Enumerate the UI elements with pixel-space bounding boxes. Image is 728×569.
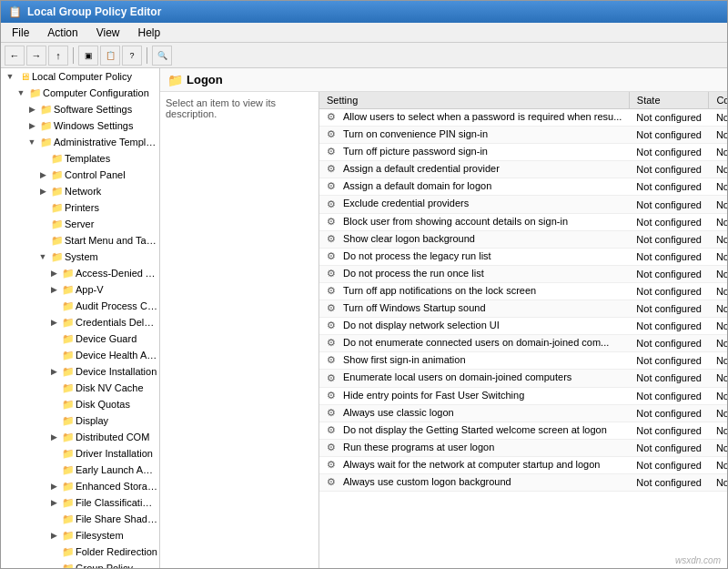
gp-expand [46, 564, 61, 568]
table-row[interactable]: ⚙Exclude credential providersNot configu… [319, 196, 727, 213]
table-row[interactable]: ⚙Do not display network selection UINot … [319, 318, 727, 335]
table-row[interactable]: ⚙Enumerate local users on domain-joined … [319, 370, 727, 387]
table-row[interactable]: ⚙Show first sign-in animationNot configu… [319, 352, 727, 370]
toolbar-properties[interactable]: 📋 [100, 46, 120, 66]
tree-app-v[interactable]: ▶ 📁 App-V [1, 281, 159, 298]
toolbar-back[interactable]: ← [5, 46, 25, 66]
tree-disk-nv[interactable]: 📁 Disk NV Cache [1, 380, 159, 396]
table-row[interactable]: ⚙Block user from showing account details… [319, 213, 727, 230]
cell-state: Not configured [629, 144, 709, 161]
tree-server[interactable]: 📁 Server [1, 216, 159, 232]
menu-help[interactable]: Help [131, 25, 168, 41]
table-row[interactable]: ⚙Allow users to select when a password i… [319, 109, 727, 127]
col-comment[interactable]: Comment [709, 92, 727, 109]
network-label: Network [65, 186, 103, 197]
table-row[interactable]: ⚙Do not process the run once listNot con… [319, 265, 727, 282]
templates-icon: 📁 [50, 153, 65, 165]
tree-file-share[interactable]: 📁 File Share Shadow C... [1, 511, 159, 527]
tree-system[interactable]: ▼ 📁 System [1, 249, 159, 265]
printers-label: Printers [65, 202, 101, 213]
tree-panel: ▼ 🖥 Local Computer Policy ▼ 📁 Computer C… [1, 68, 160, 568]
tree-root[interactable]: ▼ 🖥 Local Computer Policy [1, 68, 159, 85]
toolbar-up[interactable]: ↑ [48, 46, 68, 66]
table-row[interactable]: ⚙Turn off app notifications on the lock … [319, 282, 727, 300]
tree-start-menu[interactable]: 📁 Start Menu and Taskbar [1, 232, 159, 249]
disp-expand [46, 416, 61, 425]
tree-group-policy[interactable]: 📁 Group Policy [1, 560, 159, 568]
tree-device-health[interactable]: 📁 Device Health Attest... [1, 347, 159, 363]
table-row[interactable]: ⚙Do not process the legacy run listNot c… [319, 248, 727, 265]
table-row[interactable]: ⚙Do not enumerate connected users on dom… [319, 335, 727, 352]
toolbar-filter[interactable]: 🔍 [152, 46, 172, 66]
tree-audit[interactable]: 📁 Audit Process Creati... [1, 298, 159, 314]
drv-icon: 📁 [61, 448, 76, 460]
access-expand: ▶ [46, 269, 61, 278]
panel-header: 📁 Logon [160, 68, 727, 92]
cell-setting: ⚙Exclude credential providers [319, 196, 629, 213]
windows-label: Windows Settings [54, 120, 135, 131]
root-expand-icon: ▼ [3, 72, 17, 81]
table-row[interactable]: ⚙Do not display the Getting Started welc… [319, 422, 727, 439]
tree-device-guard[interactable]: 📁 Device Guard [1, 330, 159, 347]
es-icon: 📁 [61, 481, 76, 493]
drv-label: Driver Installation [76, 448, 155, 459]
table-row[interactable]: ⚙Always use custom logon backgroundNot c… [319, 473, 727, 491]
system-label: System [65, 251, 100, 262]
tree-windows-settings[interactable]: ▶ 📁 Windows Settings [1, 117, 159, 134]
tree-enhanced-storage[interactable]: ▶ 📁 Enhanced Storage A... [1, 478, 159, 494]
tree-file-class[interactable]: ▶ 📁 File Classification In... [1, 494, 159, 511]
table-row[interactable]: ⚙Always wait for the network at computer… [319, 456, 727, 473]
table-row[interactable]: ⚙Turn on convenience PIN sign-inNot conf… [319, 127, 727, 144]
tree-admin-templates[interactable]: ▼ 📁 Administrative Templates: [1, 134, 159, 150]
menu-action[interactable]: Action [40, 25, 85, 41]
tree-templates[interactable]: 📁 Templates [1, 150, 159, 167]
dh-icon: 📁 [61, 350, 76, 361]
table-panel[interactable]: Setting State Comment ⚙Allow users to se… [319, 92, 727, 568]
toolbar-forward[interactable]: → [26, 46, 46, 66]
toolbar: ← → ↑ ▣ 📋 ? 🔍 [1, 43, 727, 68]
tree-credentials[interactable]: ▶ 📁 Credentials Delegati... [1, 314, 159, 330]
cell-setting: ⚙Assign a default domain for logon [319, 178, 629, 196]
tree-computer-config[interactable]: ▼ 📁 Computer Configuration [1, 85, 159, 101]
start-icon: 📁 [50, 235, 65, 247]
panel-header-title: Logon [187, 73, 223, 86]
row-setting-icon: ⚙ [327, 250, 339, 263]
table-row[interactable]: ⚙Hide entry points for Fast User Switchi… [319, 387, 727, 404]
toolbar-sep-2 [147, 47, 147, 64]
col-state[interactable]: State [629, 92, 709, 109]
access-label: Access-Denied Assis... [76, 268, 159, 279]
table-row[interactable]: ⚙Turn off picture password sign-inNot co… [319, 144, 727, 161]
cell-state: Not configured [629, 473, 709, 491]
tree-printers[interactable]: 📁 Printers [1, 199, 159, 216]
toolbar-help[interactable]: ? [122, 46, 142, 66]
table-row[interactable]: ⚙Run these programs at user logonNot con… [319, 439, 727, 456]
tree-display[interactable]: 📁 Display [1, 412, 159, 429]
windows-icon: 📁 [39, 120, 54, 132]
table-row[interactable]: ⚙Show clear logon backgroundNot configur… [319, 230, 727, 248]
tree-early-launch[interactable]: 📁 Early Launch Antim... [1, 462, 159, 478]
table-row[interactable]: ⚙Always use classic logonNot configuredN… [319, 404, 727, 422]
admin-label: Administrative Templates: [54, 137, 159, 147]
menu-view[interactable]: View [89, 25, 127, 41]
table-row[interactable]: ⚙Assign a default domain for logonNot co… [319, 178, 727, 196]
cell-state: Not configured [629, 161, 709, 178]
row-setting-icon: ⚙ [327, 180, 339, 193]
tree-device-install[interactable]: ▶ 📁 Device Installation [1, 363, 159, 380]
menu-file[interactable]: File [5, 25, 36, 41]
tree-folder-redirect[interactable]: 📁 Folder Redirection [1, 544, 159, 560]
tree-filesystem[interactable]: ▶ 📁 Filesystem [1, 527, 159, 544]
cred-icon: 📁 [61, 317, 76, 329]
tree-driver[interactable]: 📁 Driver Installation [1, 445, 159, 462]
toolbar-show-hide[interactable]: ▣ [78, 46, 98, 66]
tree-control-panel[interactable]: ▶ 📁 Control Panel [1, 167, 159, 183]
col-setting[interactable]: Setting [319, 92, 629, 109]
tree-software-settings[interactable]: ▶ 📁 Software Settings [1, 101, 159, 117]
tree-disk-quotas[interactable]: 📁 Disk Quotas [1, 396, 159, 412]
tree-access-denied[interactable]: ▶ 📁 Access-Denied Assis... [1, 265, 159, 281]
tree-network[interactable]: ▶ 📁 Network [1, 183, 159, 199]
table-row[interactable]: ⚙Turn off Windows Startup soundNot confi… [319, 300, 727, 318]
cell-setting: ⚙Always use classic logon [319, 404, 629, 422]
tree-distributed-com[interactable]: ▶ 📁 Distributed COM [1, 429, 159, 445]
table-row[interactable]: ⚙Assign a default credential providerNot… [319, 161, 727, 178]
toolbar-sep-1 [73, 47, 74, 64]
